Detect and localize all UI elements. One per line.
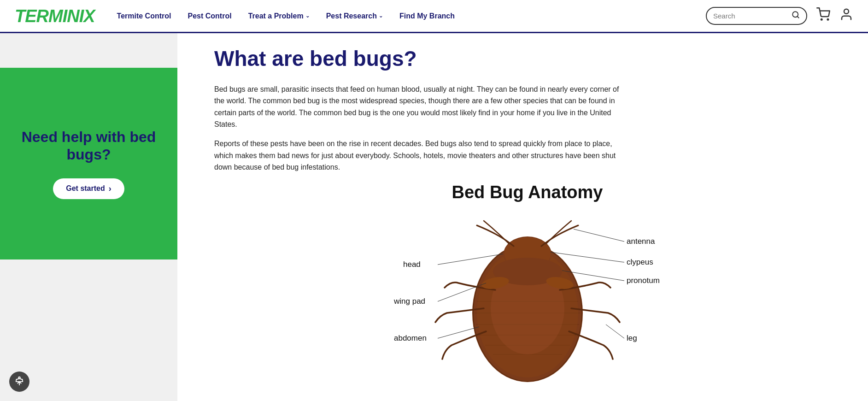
intro-paragraph-2: Reports of these pests have been on the … [214,138,629,173]
main-content: What are bed bugs? Bed bugs are small, p… [177,33,868,401]
sidebar-top [0,33,177,68]
anatomy-diagram: antenna clypeus pronotum head wing pad [366,216,689,387]
cart-svg [816,7,830,21]
anatomy-title: Bed Bug Anatomy [214,183,840,202]
search-input[interactable] [713,12,792,20]
chevron-down-icon: ⌄ [305,13,310,19]
svg-text:abdomen: abdomen [394,334,427,342]
svg-line-1 [797,16,798,18]
nav-termite-control[interactable]: Termite Control [117,12,171,20]
chevron-down-icon: ⌄ [379,13,383,19]
get-started-button[interactable]: Get started › [53,178,124,199]
svg-text:pronotum: pronotum [627,276,660,285]
navigation: TERMINIX Termite Control Pest Control Tr… [0,0,868,33]
svg-point-4 [844,9,849,14]
search-icon [792,11,800,19]
logo[interactable]: TERMINIX [15,7,95,25]
anatomy-section: Bed Bug Anatomy [214,183,840,387]
svg-text:wing pad: wing pad [393,297,425,306]
page-layout: Need help with bed bugs? Get started › W… [0,33,868,401]
svg-text:head: head [403,260,421,269]
svg-line-32 [606,324,624,338]
nav-find-my-branch[interactable]: Find My Branch [399,12,455,20]
svg-text:antenna: antenna [627,237,655,246]
svg-text:leg: leg [627,334,637,342]
logo-text: TERMINIX [15,6,95,26]
nav-links: Termite Control Pest Control Treat a Pro… [117,12,706,20]
sidebar-cta: Need help with bed bugs? Get started › [0,68,177,259]
nav-pest-control[interactable]: Pest Control [188,12,232,20]
cart-icon[interactable] [816,7,830,24]
nav-pest-research[interactable]: Pest Research ⌄ [326,12,383,20]
accessibility-button[interactable] [9,372,29,392]
user-svg [839,7,853,21]
arrow-icon: › [109,184,111,194]
nav-treat-a-problem[interactable]: Treat a Problem ⌄ [248,12,310,20]
search-button[interactable] [792,11,800,21]
svg-point-3 [827,19,829,20]
user-icon[interactable] [839,7,853,24]
accessibility-icon [14,376,24,388]
svg-point-2 [821,19,822,20]
sidebar: Need help with bed bugs? Get started › [0,33,177,401]
anatomy-svg: antenna clypeus pronotum head wing pad [366,216,689,387]
intro-paragraph-1: Bed bugs are small, parasitic insects th… [214,83,629,130]
nav-right [706,7,853,25]
sidebar-cta-title: Need help with bed bugs? [14,128,164,164]
page-title: What are bed bugs? [214,47,840,71]
search-box[interactable] [706,7,807,25]
svg-text:clypeus: clypeus [627,258,653,266]
svg-line-20 [574,229,624,242]
